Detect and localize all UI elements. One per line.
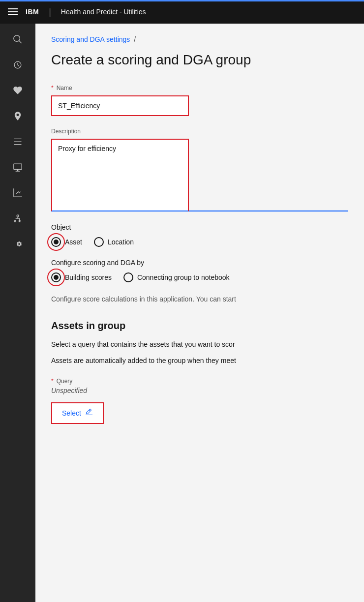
sidebar-item-hierarchy[interactable] bbox=[6, 207, 30, 230]
location-icon bbox=[13, 111, 23, 121]
asset-radio-label: Asset bbox=[65, 238, 82, 246]
configure-radio-group: Building scores Connecting group to note… bbox=[51, 272, 348, 282]
display-icon bbox=[13, 162, 23, 172]
assets-heading: Assets in group bbox=[51, 320, 348, 331]
breadcrumb-link[interactable]: Scoring and DGA settings bbox=[51, 35, 130, 43]
description-label-text: Description bbox=[51, 128, 81, 135]
description-blue-underline bbox=[189, 211, 348, 211]
sidebar-item-tasks[interactable] bbox=[6, 130, 30, 153]
settings-icon bbox=[13, 239, 23, 249]
select-button-wrapper: Select bbox=[51, 402, 104, 424]
assets-note: Assets are automatically added to the gr… bbox=[51, 356, 348, 366]
page-title: Create a scoring and DGA group bbox=[51, 51, 348, 69]
description-input-wrapper bbox=[51, 139, 189, 211]
history-icon bbox=[13, 60, 23, 70]
sidebar-item-settings[interactable] bbox=[6, 232, 30, 256]
building-radio-container bbox=[51, 272, 61, 282]
object-radio-group: Asset Location bbox=[51, 237, 348, 247]
location-radio-button bbox=[94, 237, 104, 247]
select-button-label[interactable]: Select bbox=[62, 409, 81, 417]
query-label: * Query bbox=[51, 378, 348, 385]
name-required-star: * bbox=[51, 85, 54, 91]
name-label-text: Name bbox=[57, 85, 72, 91]
description-textarea[interactable] bbox=[58, 145, 182, 204]
breadcrumb: Scoring and DGA settings / bbox=[51, 35, 348, 43]
asset-radio-container bbox=[51, 237, 61, 247]
sidebar-item-search[interactable] bbox=[6, 28, 30, 51]
query-required-star: * bbox=[51, 378, 54, 385]
health-icon bbox=[13, 86, 23, 95]
main-content: Scoring and DGA settings / Create a scor… bbox=[35, 24, 364, 602]
name-input[interactable] bbox=[58, 102, 182, 110]
object-label: Object bbox=[51, 223, 348, 231]
assets-section: Assets in group Select a query that cont… bbox=[51, 320, 348, 424]
description-field-section: Description bbox=[51, 128, 348, 211]
sidebar bbox=[0, 24, 35, 602]
accent-bar bbox=[0, 0, 364, 1]
building-radio-label: Building scores bbox=[65, 273, 112, 281]
sidebar-item-location[interactable] bbox=[6, 104, 30, 128]
hierarchy-icon bbox=[13, 213, 23, 223]
query-label-text: Query bbox=[57, 378, 73, 385]
configure-section: Configure scoring and DGA by Building sc… bbox=[51, 259, 348, 304]
app-title: Health and Predict - Utilities bbox=[61, 8, 146, 16]
configure-description: Configure score calculations in this app… bbox=[51, 294, 348, 304]
query-value: Unspecified bbox=[51, 387, 348, 394]
name-input-wrapper bbox=[51, 95, 189, 116]
brand-logo: IBM bbox=[26, 8, 39, 16]
object-section: Object Asset Location bbox=[51, 223, 348, 247]
notebook-radio-button bbox=[123, 272, 133, 282]
breadcrumb-separator: / bbox=[134, 35, 136, 43]
name-field-section: * Name bbox=[51, 85, 348, 116]
brand-divider: | bbox=[49, 7, 51, 17]
sidebar-item-display[interactable] bbox=[6, 155, 30, 179]
top-bar: IBM | Health and Predict - Utilities bbox=[0, 0, 364, 24]
radio-option-building[interactable]: Building scores bbox=[51, 272, 112, 282]
tasks-icon bbox=[13, 137, 23, 147]
radio-option-asset[interactable]: Asset bbox=[51, 237, 82, 247]
description-label: Description bbox=[51, 128, 348, 135]
name-label: * Name bbox=[51, 85, 348, 91]
assets-description: Select a query that contains the assets … bbox=[51, 339, 348, 350]
configure-label: Configure scoring and DGA by bbox=[51, 259, 348, 267]
building-radio-highlight bbox=[47, 269, 65, 286]
sidebar-item-analytics[interactable] bbox=[6, 181, 30, 205]
asset-radio-highlight bbox=[47, 233, 65, 251]
sidebar-item-history[interactable] bbox=[6, 53, 30, 77]
location-radio-label: Location bbox=[108, 238, 134, 246]
analytics-icon bbox=[13, 188, 23, 198]
edit-icon bbox=[85, 408, 93, 418]
notebook-radio-label: Connecting group to notebook bbox=[137, 273, 230, 281]
radio-option-location[interactable]: Location bbox=[94, 237, 134, 247]
radio-option-notebook[interactable]: Connecting group to notebook bbox=[123, 272, 230, 282]
hamburger-menu[interactable] bbox=[8, 8, 18, 15]
sidebar-item-health[interactable] bbox=[6, 79, 30, 102]
search-icon bbox=[13, 34, 23, 44]
